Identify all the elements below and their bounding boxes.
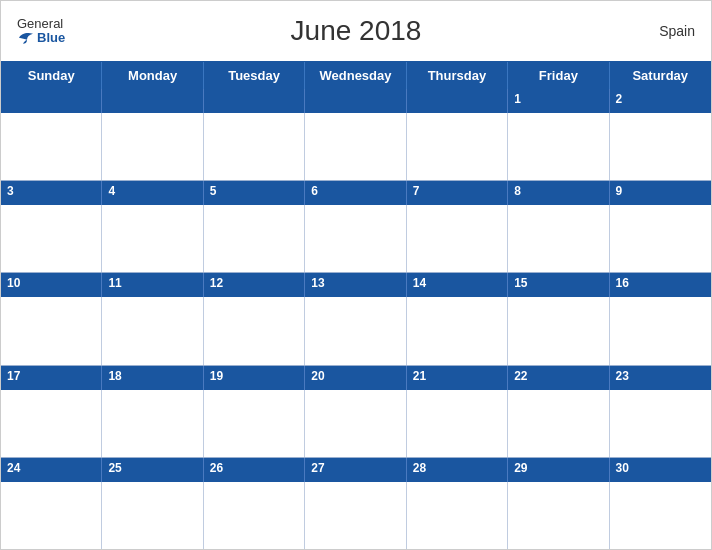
week-3-day-3-body	[204, 297, 305, 364]
day-number-9: 9	[616, 184, 623, 198]
week-1-day-4-header	[305, 89, 406, 113]
week-1: 12	[1, 89, 711, 181]
day-number-25: 25	[108, 461, 121, 475]
week-4-day-1-header: 17	[1, 366, 102, 390]
week-2-day-3-header: 5	[204, 181, 305, 205]
week-3: 10111213141516	[1, 273, 711, 365]
week-4-day-2-body	[102, 390, 203, 457]
logo: General Blue	[17, 17, 65, 46]
week-3-day-1-header: 10	[1, 273, 102, 297]
week-2-day-2-header: 4	[102, 181, 203, 205]
week-1-day-7-header: 2	[610, 89, 711, 113]
logo-general: General	[17, 17, 63, 31]
day-number-12: 12	[210, 276, 223, 290]
day-number-2: 2	[616, 92, 623, 106]
calendar: General Blue June 2018 Spain Sunday Mond…	[0, 0, 712, 550]
week-5-day-4-body	[305, 482, 406, 549]
week-2-day-4-header: 6	[305, 181, 406, 205]
week-2-day-3-body	[204, 205, 305, 272]
week-1-day-6-header: 1	[508, 89, 609, 113]
day-number-4: 4	[108, 184, 115, 198]
day-number-24: 24	[7, 461, 20, 475]
week-1-day-4-body	[305, 113, 406, 180]
week-3-day-7-body	[610, 297, 711, 364]
week-2-day-5-body	[407, 205, 508, 272]
week-3-body	[1, 297, 711, 364]
week-1-day-6-body	[508, 113, 609, 180]
day-number-15: 15	[514, 276, 527, 290]
week-3-day-1-body	[1, 297, 102, 364]
week-2-day-1-header: 3	[1, 181, 102, 205]
week-5-day-3-body	[204, 482, 305, 549]
week-3-day-7-header: 16	[610, 273, 711, 297]
day-number-28: 28	[413, 461, 426, 475]
week-5-header: 24252627282930	[1, 458, 711, 482]
week-2-day-7-header: 9	[610, 181, 711, 205]
day-number-19: 19	[210, 369, 223, 383]
weeks-container: 1234567891011121314151617181920212223242…	[1, 89, 711, 549]
country-label: Spain	[659, 23, 695, 39]
day-number-13: 13	[311, 276, 324, 290]
week-5-day-1-body	[1, 482, 102, 549]
day-headers-row: Sunday Monday Tuesday Wednesday Thursday…	[1, 62, 711, 89]
week-5-day-6-body	[508, 482, 609, 549]
week-5-day-2-body	[102, 482, 203, 549]
week-1-day-2-header	[102, 89, 203, 113]
day-number-18: 18	[108, 369, 121, 383]
week-1-body	[1, 113, 711, 180]
header-thursday: Thursday	[407, 62, 508, 89]
day-number-8: 8	[514, 184, 521, 198]
week-1-day-2-body	[102, 113, 203, 180]
day-number-3: 3	[7, 184, 14, 198]
week-1-day-3-body	[204, 113, 305, 180]
header-friday: Friday	[508, 62, 609, 89]
week-3-day-3-header: 12	[204, 273, 305, 297]
week-3-day-5-header: 14	[407, 273, 508, 297]
week-5-day-3-header: 26	[204, 458, 305, 482]
week-3-day-6-header: 15	[508, 273, 609, 297]
week-2: 3456789	[1, 181, 711, 273]
week-4-day-6-body	[508, 390, 609, 457]
week-5: 24252627282930	[1, 458, 711, 549]
day-number-1: 1	[514, 92, 521, 106]
day-number-16: 16	[616, 276, 629, 290]
week-3-header: 10111213141516	[1, 273, 711, 297]
week-5-day-4-header: 27	[305, 458, 406, 482]
week-2-body	[1, 205, 711, 272]
week-5-day-1-header: 24	[1, 458, 102, 482]
day-number-17: 17	[7, 369, 20, 383]
week-3-day-4-header: 13	[305, 273, 406, 297]
week-4-day-4-header: 20	[305, 366, 406, 390]
header-wednesday: Wednesday	[305, 62, 406, 89]
week-3-day-2-body	[102, 297, 203, 364]
week-5-day-7-header: 30	[610, 458, 711, 482]
week-2-day-2-body	[102, 205, 203, 272]
week-4-day-7-body	[610, 390, 711, 457]
week-1-day-3-header	[204, 89, 305, 113]
week-4-day-3-body	[204, 390, 305, 457]
day-number-10: 10	[7, 276, 20, 290]
header-saturday: Saturday	[610, 62, 711, 89]
day-number-11: 11	[108, 276, 121, 290]
week-4-day-2-header: 18	[102, 366, 203, 390]
week-5-day-7-body	[610, 482, 711, 549]
week-2-day-6-header: 8	[508, 181, 609, 205]
day-number-7: 7	[413, 184, 420, 198]
week-5-day-5-header: 28	[407, 458, 508, 482]
week-1-day-1-body	[1, 113, 102, 180]
week-4-day-3-header: 19	[204, 366, 305, 390]
day-number-26: 26	[210, 461, 223, 475]
week-5-day-5-body	[407, 482, 508, 549]
week-2-day-7-body	[610, 205, 711, 272]
day-number-5: 5	[210, 184, 217, 198]
week-4-day-4-body	[305, 390, 406, 457]
week-4-day-5-body	[407, 390, 508, 457]
day-number-29: 29	[514, 461, 527, 475]
week-3-day-4-body	[305, 297, 406, 364]
day-number-22: 22	[514, 369, 527, 383]
header-tuesday: Tuesday	[204, 62, 305, 89]
day-number-21: 21	[413, 369, 426, 383]
week-3-day-2-header: 11	[102, 273, 203, 297]
logo-bird-icon	[17, 31, 35, 45]
calendar-header: General Blue June 2018 Spain	[1, 1, 711, 61]
